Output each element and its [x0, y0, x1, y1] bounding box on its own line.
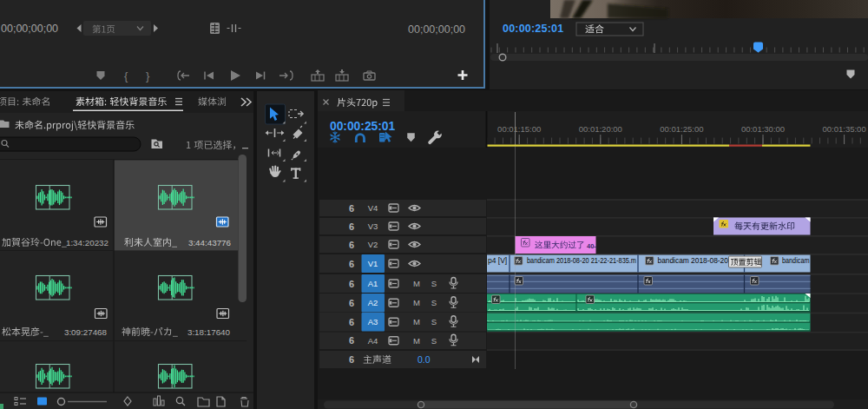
svg-text:S: S: [431, 279, 437, 288]
svg-text:00;00;00;00: 00;00;00;00: [1, 23, 58, 35]
svg-text:bandicam 2018-08-20 21: bandicam 2018-08-20 21: [658, 256, 739, 265]
svg-text:M: M: [413, 279, 420, 288]
svg-text:M: M: [413, 298, 420, 307]
svg-text:3:44:43776: 3:44:43776: [188, 238, 232, 247]
svg-text:00:01:15:00: 00:01:15:00: [497, 124, 541, 134]
svg-text:6: 6: [349, 203, 354, 214]
svg-text:A4: A4: [368, 336, 378, 346]
svg-text:bandicam 2018-08-20 21-22-21-8: bandicam 2018-08-20 21-22-21-835.m: [527, 256, 636, 265]
svg-text:6: 6: [349, 221, 354, 232]
svg-text:00:00:25:01: 00:00:25:01: [503, 23, 563, 35]
svg-text:p4 [V]: p4 [V]: [488, 256, 507, 265]
svg-text:6: 6: [349, 259, 354, 269]
svg-text:V4: V4: [368, 203, 378, 213]
svg-text:6: 6: [349, 335, 354, 346]
svg-text:6: 6: [349, 317, 354, 327]
svg-text:0.0: 0.0: [418, 354, 431, 365]
svg-text:6: 6: [349, 279, 354, 289]
svg-text:6: 6: [349, 354, 354, 365]
svg-text:3:09:27468: 3:09:27468: [64, 327, 108, 337]
svg-text:bandicam: bandicam: [782, 256, 810, 265]
svg-text:S: S: [431, 317, 437, 327]
svg-text:V1: V1: [368, 259, 378, 268]
svg-text:00:01:35:00: 00:01:35:00: [823, 124, 866, 134]
svg-text:1:34:20232: 1:34:20232: [66, 238, 108, 247]
svg-text:A2: A2: [368, 298, 378, 307]
svg-text:3:18:17640: 3:18:17640: [187, 327, 231, 337]
svg-text:S: S: [431, 336, 437, 346]
svg-text:00:00:25:01: 00:00:25:01: [330, 120, 395, 133]
svg-text:V2: V2: [368, 240, 378, 249]
svg-text:V3: V3: [368, 221, 378, 231]
svg-text:00:01:20:00: 00:01:20:00: [579, 124, 622, 134]
svg-text:00:01:30:00: 00:01:30:00: [741, 124, 785, 134]
svg-text:A1: A1: [368, 279, 378, 288]
svg-text:6: 6: [349, 298, 354, 308]
svg-text:A3: A3: [368, 317, 378, 327]
svg-text:M: M: [413, 317, 420, 327]
svg-text:6: 6: [349, 240, 354, 250]
svg-text:00;00;00;00: 00;00;00;00: [408, 23, 465, 36]
svg-text:S: S: [431, 298, 437, 307]
svg-text:00:01:25:00: 00:01:25:00: [660, 124, 703, 134]
svg-text:{: {: [124, 69, 128, 82]
svg-text:}: }: [146, 69, 150, 82]
svg-text:M: M: [413, 336, 420, 346]
svg-text:40-: 40-: [587, 242, 596, 250]
